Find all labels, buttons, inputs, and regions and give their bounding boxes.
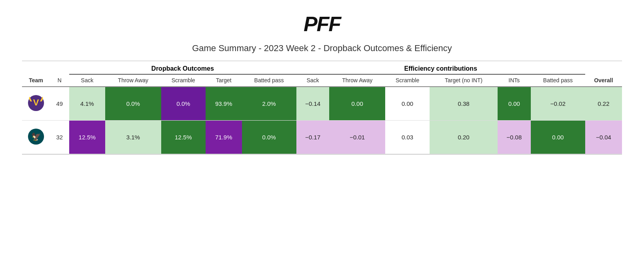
main-table: Dropback Outcomes Efficiency contributio…: [22, 61, 622, 154]
cell-scramble2: 0.00: [385, 87, 430, 121]
col-scramble1: Scramble: [161, 74, 206, 87]
col-sack1: Sack: [69, 74, 106, 87]
svg-text:🦅: 🦅: [31, 132, 41, 141]
col-throw-away1: Throw Away: [105, 74, 161, 87]
cell-target1: 93.9%: [206, 87, 242, 121]
cell-sack1: 12.5%: [69, 120, 106, 154]
overall-empty-header: [585, 61, 622, 74]
cell-batted2: −0.02: [531, 87, 585, 121]
col-target2: Target (no INT): [430, 74, 498, 87]
col-ints: INTs: [498, 74, 531, 87]
cell-throw_away1: 3.1%: [105, 120, 161, 154]
col-sack2: Sack: [296, 74, 330, 87]
efficiency-contributions-header: Efficiency contributions: [296, 61, 585, 74]
cell-scramble1: 0.0%: [161, 87, 206, 121]
n-cell: 49: [50, 87, 69, 121]
cell-ints: −0.08: [498, 120, 531, 154]
cell-target2: 0.20: [430, 120, 498, 154]
cell-throw_away1: 0.0%: [105, 87, 161, 121]
cell-sack2: −0.17: [296, 120, 330, 154]
team-cell: 🦅: [22, 120, 50, 154]
cell-overall: 0.22: [585, 87, 622, 121]
cell-overall: −0.04: [585, 120, 622, 154]
team-cell: V: [22, 87, 50, 121]
cell-batted1: 2.0%: [242, 87, 296, 121]
cell-batted2: 0.00: [531, 120, 585, 154]
table-wrapper: Dropback Outcomes Efficiency contributio…: [22, 61, 622, 155]
pff-logo: PFF: [304, 12, 340, 36]
col-overall: Overall: [585, 74, 622, 87]
col-batted2: Batted pass: [531, 74, 585, 87]
cell-scramble1: 12.5%: [161, 120, 206, 154]
col-header-row: Team N Sack Throw Away Scramble Target B…: [22, 74, 622, 87]
logo-container: PFF: [304, 12, 340, 36]
table-row: V 494.1%0.0%0.0%93.9%2.0%−0.140.000.000.…: [22, 87, 622, 121]
cell-scramble2: 0.03: [385, 120, 430, 154]
cell-throw_away2: 0.00: [329, 87, 385, 121]
dropback-outcomes-header: Dropback Outcomes: [69, 61, 296, 74]
cell-target1: 71.9%: [206, 120, 242, 154]
col-target1: Target: [206, 74, 242, 87]
cell-throw_away2: −0.01: [329, 120, 385, 154]
table-body: V 494.1%0.0%0.0%93.9%2.0%−0.140.000.000.…: [22, 87, 622, 154]
section-header-row: Dropback Outcomes Efficiency contributio…: [22, 61, 622, 74]
col-throw-away2: Throw Away: [329, 74, 385, 87]
cell-ints: 0.00: [498, 87, 531, 121]
table-row: 🦅 3212.5%3.1%12.5%71.9%0.0%−0.17−0.010.0…: [22, 120, 622, 154]
cell-batted1: 0.0%: [242, 120, 296, 154]
cell-sack1: 4.1%: [69, 87, 106, 121]
page-title: Game Summary - 2023 Week 2 - Dropback Ou…: [192, 43, 452, 54]
svg-text:V: V: [33, 97, 39, 107]
empty-header: [22, 61, 69, 74]
col-batted1: Batted pass: [242, 74, 296, 87]
cell-sack2: −0.14: [296, 87, 330, 121]
n-cell: 32: [50, 120, 69, 154]
cell-target2: 0.38: [430, 87, 498, 121]
col-scramble2: Scramble: [385, 74, 430, 87]
col-team: Team: [22, 74, 50, 87]
col-n: N: [50, 74, 69, 87]
